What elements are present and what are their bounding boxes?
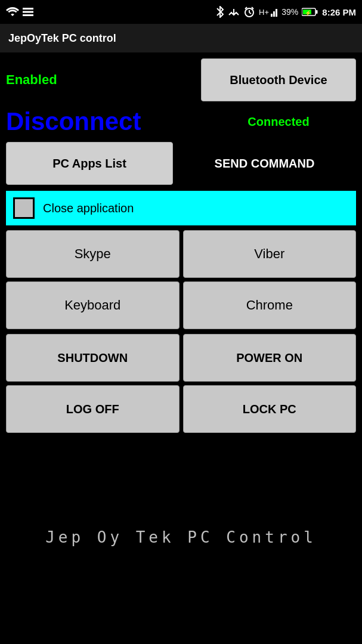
svg-rect-2	[23, 14, 33, 16]
close-app-label: Close application	[43, 202, 134, 215]
status-icons-left	[6, 7, 33, 17]
connected-label: Connected	[201, 115, 356, 129]
pc-apps-button[interactable]: PC Apps List	[6, 142, 173, 185]
enabled-label: Enabled	[6, 72, 57, 88]
svg-rect-12	[276, 9, 277, 17]
close-app-row[interactable]: Close application	[6, 191, 356, 225]
middle-section: Disconnect Connected	[6, 107, 356, 136]
skype-button[interactable]: Skype	[6, 230, 180, 278]
bluetooth-icon	[216, 6, 224, 18]
top-row: Enabled Bluetooth Device	[6, 58, 356, 101]
lock-pc-button[interactable]: LOCK PC	[183, 385, 357, 433]
wifi-icon	[6, 7, 19, 17]
svg-rect-14	[316, 10, 318, 14]
title-bar: JepOyTek PC control	[0, 24, 362, 52]
viber-button[interactable]: Viber	[183, 230, 357, 278]
svg-rect-10	[271, 14, 273, 17]
status-bar: H+ 39% ⚡ 8:26 PM	[0, 0, 362, 24]
keyboard-button[interactable]: Keyboard	[6, 281, 180, 329]
menu-icon	[23, 7, 33, 17]
battery-percent: 39%	[281, 7, 298, 17]
app-title: JepOyTek PC control	[8, 32, 116, 45]
branding-text: Jep Oy Tek PC Control	[45, 528, 317, 546]
signal-icon: H+	[259, 7, 278, 17]
svg-rect-0	[23, 8, 33, 10]
shutdown-button[interactable]: SHUTDOWN	[6, 334, 180, 382]
power-grid: SHUTDOWN POWER ON LOG OFF LOCK PC	[6, 334, 356, 433]
alarm-icon	[243, 6, 255, 18]
action-row: PC Apps List SEND COMMAND	[6, 142, 356, 185]
bluetooth-device-button[interactable]: Bluetooth Device	[201, 58, 356, 101]
battery-icon: ⚡	[302, 7, 318, 17]
main-content: Enabled Bluetooth Device Disconnect Conn…	[0, 52, 362, 644]
log-off-button[interactable]: LOG OFF	[6, 385, 180, 433]
svg-text:⚡: ⚡	[305, 10, 312, 17]
chrome-button[interactable]: Chrome	[183, 281, 357, 329]
close-app-checkbox[interactable]	[13, 197, 35, 219]
nfc-icon	[228, 7, 240, 17]
svg-text:H+: H+	[259, 8, 269, 17]
svg-rect-11	[273, 11, 275, 17]
disconnect-button[interactable]: Disconnect	[6, 107, 201, 136]
apps-grid: Skype Viber Keyboard Chrome	[6, 230, 356, 329]
bottom-branding: Jep Oy Tek PC Control	[6, 436, 356, 638]
send-command-label[interactable]: SEND COMMAND	[173, 157, 356, 171]
status-time: 8:26 PM	[322, 7, 356, 17]
svg-rect-1	[23, 11, 33, 13]
power-on-button[interactable]: POWER ON	[183, 334, 357, 382]
svg-line-6	[249, 13, 251, 14]
status-icons-right: H+ 39% ⚡ 8:26 PM	[216, 6, 356, 18]
